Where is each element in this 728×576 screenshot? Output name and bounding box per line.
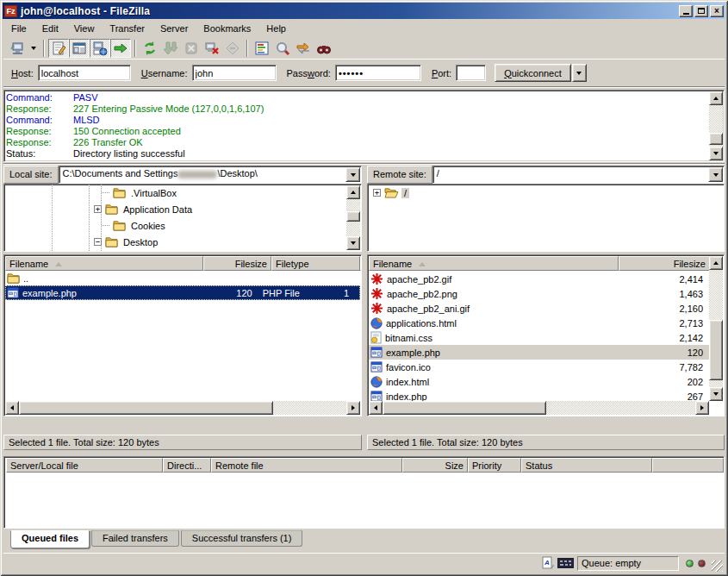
remote-site-dropdown-button[interactable] [708, 167, 723, 182]
scroll-thumb[interactable] [19, 401, 273, 415]
filter-button[interactable] [252, 39, 272, 58]
tree-item-desktop[interactable]: − Desktop [4, 234, 361, 250]
menu-edit[interactable]: Edit [34, 22, 66, 35]
port-input[interactable] [457, 66, 485, 80]
queue-column-direction[interactable]: Directi... [163, 458, 211, 473]
maximize-button[interactable] [694, 5, 708, 17]
local-list-hscrollbar[interactable] [5, 401, 360, 415]
collapse-minus-icon[interactable]: − [94, 238, 102, 246]
scroll-up-button[interactable] [709, 91, 723, 105]
remote-site-combobox[interactable]: / [432, 166, 725, 184]
log-scrollbar[interactable] [709, 91, 723, 160]
scroll-down-button[interactable] [709, 147, 723, 160]
scroll-right-button[interactable] [346, 401, 360, 415]
tab-failed-transfers[interactable]: Failed transfers [91, 530, 179, 547]
toggle-message-log-button[interactable] [48, 39, 69, 58]
scroll-track[interactable] [346, 199, 360, 236]
menu-file[interactable]: File [3, 22, 34, 35]
resize-grip[interactable] [712, 560, 723, 572]
username-field-frame [192, 65, 277, 81]
minimize-button[interactable] [679, 5, 693, 17]
scroll-track[interactable] [709, 105, 723, 147]
disconnect-button[interactable] [202, 39, 222, 58]
local-column-filetype[interactable]: Filetype [271, 256, 360, 271]
close-icon: × [714, 7, 719, 16]
tab-queued-files[interactable]: Queued files [10, 530, 90, 548]
process-queue-button[interactable] [160, 39, 181, 58]
arrow-left-icon [371, 405, 377, 410]
remote-column-filesize[interactable]: Filesize [619, 256, 710, 271]
directory-comparison-button[interactable] [272, 39, 293, 58]
local-site-combobox[interactable]: C:\Documents and Settings\Desktop\ [59, 166, 362, 184]
scroll-up-button[interactable] [346, 185, 360, 199]
tree-item-application-data[interactable]: + Application Data [4, 201, 361, 217]
queue-column-remote-file[interactable]: Remote file [211, 458, 402, 473]
php-file-icon [370, 347, 383, 358]
remote-list-scrollbar[interactable] [709, 256, 723, 401]
scroll-left-button[interactable] [5, 401, 19, 415]
local-file-row-example-php[interactable]: example.php 120 PHP File 1 [5, 285, 360, 300]
local-column-filesize[interactable]: Filesize [203, 256, 271, 271]
local-tree-scrollbar[interactable] [346, 185, 360, 250]
queue-column-blank[interactable] [652, 458, 724, 473]
remote-list-hscrollbar[interactable] [369, 401, 709, 415]
tree-item-root[interactable]: + / [368, 185, 724, 201]
quickconnect-button[interactable]: Quickconnect [495, 64, 571, 82]
remote-file-row[interactable]: bitnami.css 2,142 [369, 330, 710, 345]
local-site-dropdown-button[interactable] [345, 167, 360, 182]
menu-bookmarks[interactable]: Bookmarks [196, 22, 258, 35]
scroll-track[interactable] [709, 270, 723, 387]
toggle-transfer-queue-button[interactable] [110, 39, 131, 58]
site-manager-dropdown-button[interactable] [28, 39, 40, 58]
queue-column-server-local-file[interactable]: Server/Local file [6, 458, 163, 473]
scroll-down-button[interactable] [346, 236, 360, 250]
tab-successful-transfers[interactable]: Successful transfers (1) [181, 530, 303, 547]
toggle-local-tree-button[interactable] [69, 39, 90, 58]
queue-column-priority[interactable]: Priority [468, 458, 521, 473]
password-input[interactable] [336, 66, 420, 80]
remote-column-filename[interactable]: Filename [369, 256, 619, 271]
synchronized-browsing-button[interactable] [293, 39, 314, 58]
reconnect-button[interactable] [222, 39, 243, 58]
remote-file-row[interactable]: apache_pb2_ani.gif 2,160 [369, 301, 710, 316]
scroll-thumb[interactable] [383, 401, 546, 415]
remote-file-row[interactable]: apache_pb2.gif 2,414 [369, 272, 710, 286]
menu-transfer[interactable]: Transfer [102, 22, 152, 35]
scroll-left-button[interactable] [369, 401, 383, 415]
refresh-button[interactable] [140, 39, 160, 58]
host-input[interactable] [39, 66, 130, 80]
scroll-up-button[interactable] [709, 256, 723, 270]
scroll-thumb[interactable] [709, 133, 723, 145]
menu-server[interactable]: Server [152, 22, 196, 35]
remote-file-row[interactable]: apache_pb2.png 1,463 [369, 286, 710, 301]
scroll-track[interactable] [383, 401, 695, 415]
toggle-remote-tree-button[interactable] [90, 39, 110, 58]
site-manager-button[interactable] [7, 39, 28, 58]
find-files-button[interactable] [314, 39, 334, 58]
scroll-track[interactable] [19, 401, 346, 415]
expand-plus-icon[interactable]: + [373, 189, 381, 197]
remote-file-row[interactable]: favicon.ico 7,782 [369, 360, 710, 374]
queue-column-status[interactable]: Status [521, 458, 652, 473]
close-button[interactable]: × [710, 5, 724, 17]
local-file-row-parent[interactable]: .. [5, 271, 360, 285]
scroll-down-button[interactable] [709, 387, 723, 401]
tree-item-cookies[interactable]: Cookies [4, 217, 361, 234]
remote-file-row[interactable]: index.html 202 [369, 374, 710, 389]
scroll-thumb[interactable] [346, 211, 360, 222]
local-column-filename[interactable]: Filename [5, 256, 203, 271]
menu-view[interactable]: View [66, 22, 103, 35]
cancel-button[interactable] [181, 39, 202, 58]
scroll-right-button[interactable] [695, 401, 709, 415]
queue-column-size[interactable]: Size [402, 458, 468, 473]
title-bar[interactable]: Fz john@localhost - FileZilla × [3, 3, 725, 19]
remote-file-row-example-php[interactable]: example.php 120 [369, 345, 710, 360]
username-input[interactable] [193, 66, 276, 80]
menu-help[interactable]: Help [258, 22, 294, 35]
tree-item-virtualbox[interactable]: .VirtualBox [4, 185, 361, 201]
remote-file-row[interactable]: applications.html 2,713 [369, 316, 710, 330]
quickconnect-dropdown-button[interactable] [572, 64, 587, 82]
expand-plus-icon[interactable]: + [94, 205, 102, 213]
local-column-last-modified[interactable]: L [360, 256, 362, 271]
scroll-thumb[interactable] [709, 320, 723, 380]
